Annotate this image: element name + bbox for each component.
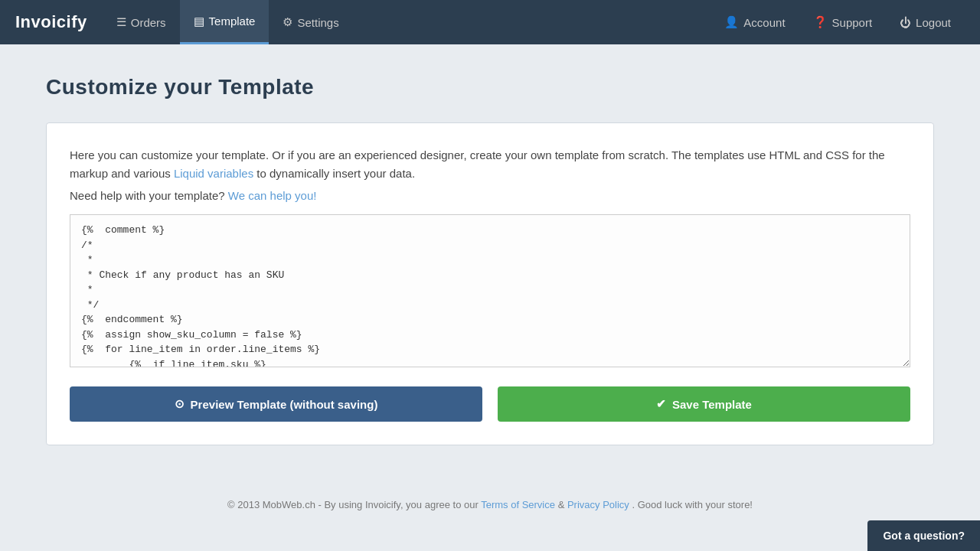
preview-button[interactable]: ⊙ Preview Template (without saving) — [70, 386, 482, 422]
nav-right: 👤 Account ❓ Support ⏻ Logout — [710, 0, 965, 44]
privacy-link[interactable]: Privacy Policy — [567, 499, 629, 510]
logout-icon: ⏻ — [900, 16, 911, 29]
brand-logo[interactable]: Invoicify — [15, 12, 87, 32]
orders-icon: ☰ — [116, 15, 126, 29]
account-icon: 👤 — [724, 15, 739, 29]
template-icon: ▤ — [194, 15, 204, 28]
nav-item-support[interactable]: ❓ Support — [799, 0, 887, 44]
support-icon: ❓ — [813, 15, 828, 29]
nav-left: ☰ Orders ▤ Template ⚙ Settings — [103, 0, 711, 44]
page-title: Customize your Template — [46, 75, 934, 99]
got-question-button[interactable]: Got a question? — [867, 520, 980, 551]
navbar: Invoicify ☰ Orders ▤ Template ⚙ Settings… — [0, 0, 980, 44]
nav-item-orders[interactable]: ☰ Orders — [103, 0, 180, 44]
button-row: ⊙ Preview Template (without saving) ✔ Sa… — [70, 386, 910, 422]
help-link[interactable]: We can help you! — [228, 189, 317, 202]
nav-item-settings[interactable]: ⚙ Settings — [269, 0, 352, 44]
save-icon: ✔ — [656, 397, 666, 411]
nav-item-logout[interactable]: ⏻ Logout — [886, 0, 965, 44]
nav-item-account[interactable]: 👤 Account — [710, 0, 799, 44]
footer: © 2013 MobWeb.ch - By using Invoicify, y… — [0, 476, 980, 533]
settings-icon: ⚙ — [283, 15, 292, 29]
liquid-variables-link[interactable]: Liquid variables — [174, 167, 253, 180]
tos-link[interactable]: Terms of Service — [481, 499, 555, 510]
preview-icon: ⊙ — [175, 397, 185, 411]
main-content: Customize your Template Here you can cus… — [31, 44, 949, 476]
nav-item-template[interactable]: ▤ Template — [180, 0, 270, 44]
help-text: Need help with your template? We can hel… — [70, 189, 910, 202]
description-text: Here you can customize your template. Or… — [70, 146, 910, 183]
template-editor[interactable] — [70, 214, 910, 367]
save-button[interactable]: ✔ Save Template — [498, 386, 910, 422]
template-card: Here you can customize your template. Or… — [46, 122, 934, 445]
